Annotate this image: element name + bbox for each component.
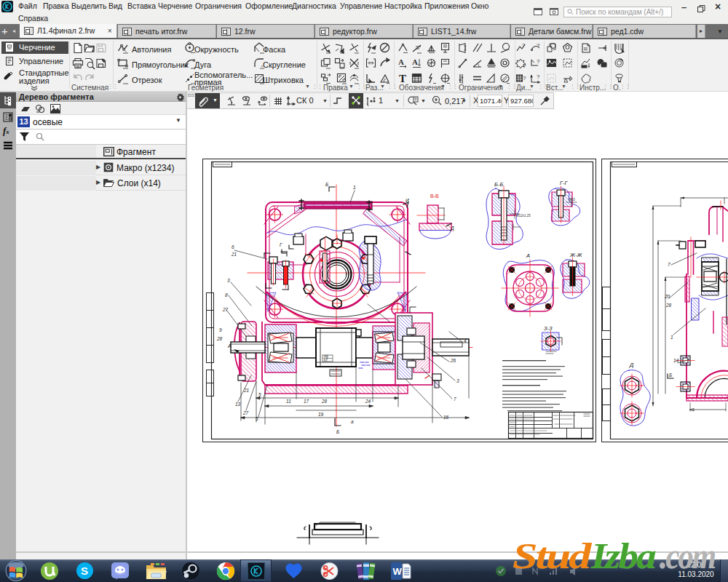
- svg-text:?: ?: [523, 75, 526, 81]
- svg-text:T: T: [399, 73, 406, 84]
- svg-text:Б: Б: [336, 429, 339, 434]
- svg-text:7: 7: [454, 396, 456, 402]
- svg-text:21: 21: [243, 388, 250, 393]
- svg-text:A: A: [412, 57, 418, 66]
- svg-text:а: а: [351, 419, 354, 424]
- svg-text:28: 28: [665, 303, 672, 308]
- svg-text:S: S: [81, 565, 88, 577]
- svg-text:?: ?: [537, 73, 540, 80]
- svg-text:Б: Б: [669, 372, 672, 378]
- svg-text:?: ?: [537, 42, 540, 49]
- svg-text:3: 3: [456, 378, 459, 383]
- svg-text:27: 27: [242, 410, 249, 415]
- svg-text:1: 1: [353, 185, 356, 190]
- svg-text:21: 21: [231, 252, 237, 257]
- svg-text:Д: Д: [450, 226, 454, 231]
- svg-text:28: 28: [216, 336, 223, 341]
- svg-text:?: ?: [522, 42, 526, 49]
- svg-text:5: 5: [256, 416, 258, 421]
- svg-text:20: 20: [664, 294, 670, 299]
- svg-text:З-З: З-З: [544, 325, 553, 332]
- svg-text:M10: M10: [569, 198, 575, 202]
- svg-text:24: 24: [365, 399, 371, 404]
- svg-text:17: 17: [304, 399, 309, 404]
- svg-text:M12x1.25: M12x1.25: [516, 214, 531, 218]
- svg-text:W: W: [393, 566, 403, 577]
- svg-text:27: 27: [222, 307, 229, 312]
- svg-text:3: 3: [227, 278, 230, 283]
- svg-text:14: 14: [673, 358, 679, 363]
- svg-text:5: 5: [258, 392, 261, 397]
- svg-text:19: 19: [318, 412, 324, 417]
- svg-text:Г: Г: [280, 242, 282, 247]
- svg-text:Г-Г: Г-Г: [560, 180, 569, 186]
- svg-text:?: ?: [523, 63, 526, 69]
- svg-text:А: А: [227, 343, 232, 348]
- svg-text:26: 26: [450, 358, 456, 363]
- svg-text:6: 6: [232, 244, 234, 250]
- svg-text:16: 16: [443, 415, 449, 420]
- svg-text:Ж-Ж: Ж-Ж: [569, 252, 582, 258]
- svg-text:4: 4: [464, 338, 467, 343]
- svg-text:Д: Д: [629, 362, 634, 368]
- svg-text:13: 13: [235, 402, 241, 407]
- svg-text:8: 8: [225, 292, 228, 298]
- svg-text:11: 11: [286, 399, 291, 404]
- svg-text:9: 9: [219, 327, 222, 332]
- svg-text:Б-Б: Б-Б: [494, 181, 503, 188]
- svg-text:7: 7: [668, 262, 670, 267]
- svg-text:A: A: [398, 57, 404, 66]
- svg-text:1: 1: [670, 335, 673, 340]
- svg-text:28: 28: [321, 399, 328, 404]
- svg-text:Б: Б: [325, 182, 328, 187]
- svg-text:И: И: [405, 198, 409, 203]
- svg-text:h7: h7: [324, 359, 328, 362]
- svg-text:?: ?: [537, 58, 540, 65]
- svg-text:А: А: [526, 252, 530, 259]
- svg-text:В-В: В-В: [430, 194, 439, 199]
